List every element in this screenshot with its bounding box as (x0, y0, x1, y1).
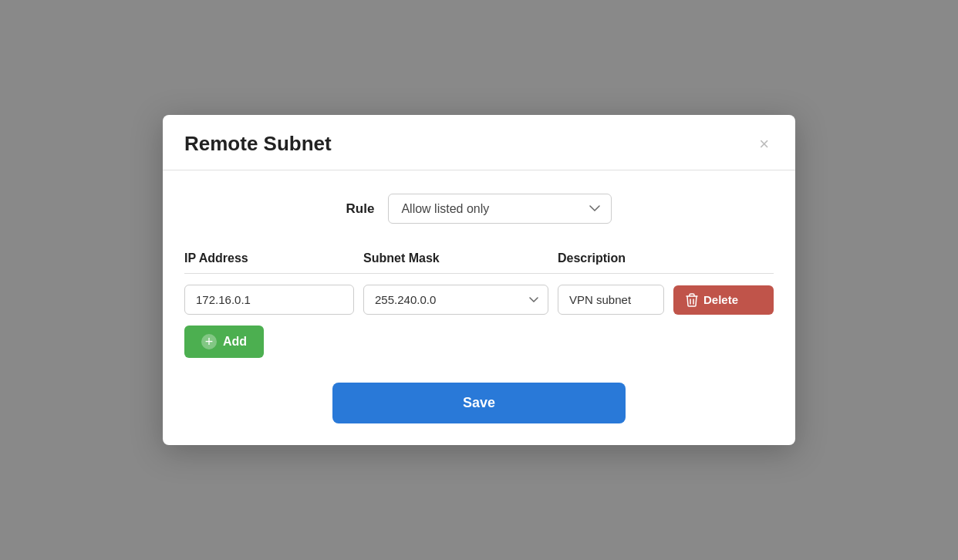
description-input[interactable] (558, 285, 664, 315)
plus-icon: + (201, 334, 217, 349)
col-header-description: Description (558, 251, 664, 265)
save-button[interactable]: Save (332, 383, 626, 423)
close-button[interactable]: × (754, 134, 774, 154)
add-button[interactable]: + Add (184, 326, 264, 358)
modal-header: Remote Subnet × (163, 115, 795, 170)
modal-title: Remote Subnet (184, 132, 332, 156)
ip-address-input[interactable] (184, 285, 354, 315)
rule-select[interactable]: Allow listed only Allow all Deny all (388, 194, 612, 224)
delete-button[interactable]: Delete (673, 285, 774, 315)
subnet-mask-select[interactable]: 255.240.0.0 255.255.0.0 255.255.255.0 25… (363, 285, 548, 315)
save-section: Save (184, 383, 774, 423)
modal-body: Rule Allow listed only Allow all Deny al… (163, 170, 795, 445)
add-label: Add (223, 335, 247, 349)
remote-subnet-modal: Remote Subnet × Rule Allow listed only A… (163, 115, 795, 445)
trash-icon (686, 293, 698, 307)
col-header-action (673, 251, 774, 265)
rule-row: Rule Allow listed only Allow all Deny al… (184, 194, 774, 224)
table-row: 255.240.0.0 255.255.0.0 255.255.255.0 25… (184, 285, 774, 315)
col-header-subnet: Subnet Mask (363, 251, 548, 265)
delete-label: Delete (703, 293, 738, 306)
col-header-ip: IP Address (184, 251, 354, 265)
table-header: IP Address Subnet Mask Description (184, 251, 774, 274)
rule-label: Rule (346, 201, 375, 217)
